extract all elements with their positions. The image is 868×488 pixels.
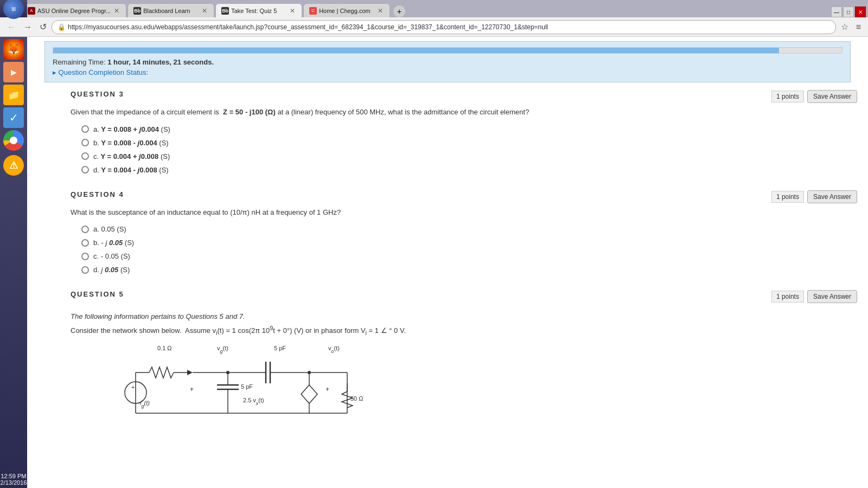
- q4-option-d[interactable]: d. j 0.05 (S): [81, 266, 761, 274]
- q4-option-a[interactable]: a. 0.05 (S): [81, 225, 761, 233]
- forward-button[interactable]: →: [21, 21, 35, 33]
- lock-icon: 🔒: [58, 23, 66, 31]
- taskbar-time: 12:59 PM 2/13/2016: [0, 471, 29, 488]
- star-button[interactable]: ☆: [838, 21, 851, 33]
- question-3-header: QUESTION 3: [71, 90, 761, 100]
- q3-option-b[interactable]: b. Y = 0.008 - j0.004 (S): [81, 139, 761, 147]
- svg-text:+: +: [326, 386, 329, 393]
- tab-chegg[interactable]: C Home | Chegg.com ✕: [303, 3, 390, 17]
- question-4-block: QUESTION 4 What is the susceptance of an…: [71, 190, 857, 280]
- menu-button[interactable]: ≡: [853, 21, 864, 33]
- back-button[interactable]: ←: [4, 21, 18, 33]
- taskbar-chrome[interactable]: [3, 130, 24, 151]
- tab-favicon-asu: A: [28, 7, 35, 15]
- content-area: Remaining Time: 1 hour, 14 minutes, 21 s…: [27, 37, 868, 488]
- circuit-desc: Consider the network shown below. Assume…: [71, 325, 761, 336]
- timer-bar: Remaining Time: 1 hour, 14 minutes, 21 s…: [44, 41, 851, 82]
- q4-option-c[interactable]: c. - 0.05 (S): [81, 252, 761, 260]
- svg-text:0.1 Ω: 0.1 Ω: [157, 345, 172, 351]
- circuit-info: The following information pertains to Qu…: [71, 312, 761, 320]
- nav-bar: ← → ↺ 🔒 https://myasucourses.asu.edu/web…: [0, 17, 868, 37]
- question-3-block: QUESTION 3 Given that the impedance of a…: [71, 90, 857, 179]
- tab-label-asu: ASU Online Degree Progr...: [37, 8, 111, 14]
- question-3-text: Given that the impedance of a circuit el…: [71, 107, 761, 118]
- progress-bar-container: [53, 47, 843, 54]
- svg-marker-27: [301, 385, 317, 403]
- tab-take-test[interactable]: Bb Take Test: Quiz 5 ✕: [215, 3, 302, 17]
- taskbar-warning[interactable]: ⚠: [3, 155, 24, 176]
- svg-text:+: +: [190, 386, 194, 393]
- question-4-text: What is the susceptance of an inductance…: [71, 207, 761, 218]
- q4-radio-a[interactable]: [81, 226, 89, 233]
- circuit-area: The following information pertains to Qu…: [71, 307, 761, 436]
- svg-text:vo(t): vo(t): [328, 345, 340, 354]
- svg-text:5 pF: 5 pF: [241, 383, 253, 390]
- question-4-header: QUESTION 4: [71, 190, 761, 201]
- taskbar: 🦊 ▶ 📁 ✓ ⚠ 12:59 PM 2/13/2016: [0, 37, 27, 488]
- taskbar-firefox[interactable]: 🦊: [3, 39, 24, 60]
- q3-radio-c[interactable]: [81, 152, 89, 160]
- tab-favicon-chegg: C: [309, 7, 317, 15]
- q4-points: 1 points: [771, 191, 804, 203]
- q4-option-b[interactable]: b. - j 0.05 (S): [81, 239, 761, 247]
- tab-close-test[interactable]: ✕: [289, 7, 296, 15]
- q4-radio-b[interactable]: [81, 239, 89, 247]
- questions-container: QUESTION 3 Given that the impedance of a…: [27, 90, 868, 458]
- q3-radio-b[interactable]: [81, 139, 89, 146]
- address-bar[interactable]: 🔒 https://myasucourses.asu.edu/webapps/a…: [52, 20, 836, 34]
- tab-blackboard[interactable]: Bb Blackboard Learn ✕: [127, 3, 214, 17]
- start-button[interactable]: ⊞: [3, 0, 24, 19]
- tab-close-asu[interactable]: ✕: [113, 7, 120, 15]
- q4-radio-d[interactable]: [81, 266, 89, 274]
- question-3-options: a. Y = 0.008 + j0.004 (S) b. Y = 0.008 -…: [81, 125, 761, 174]
- tab-label-chegg: Home | Chegg.com: [319, 8, 374, 14]
- tab-close-chegg[interactable]: ✕: [376, 7, 384, 15]
- new-tab-button[interactable]: +: [393, 5, 405, 17]
- tab-asu-online[interactable]: A ASU Online Degree Progr... ✕: [22, 3, 126, 17]
- close-window-button[interactable]: ✕: [855, 7, 866, 17]
- q3-radio-a[interactable]: [81, 125, 89, 133]
- question-5-header: QUESTION 5: [71, 290, 761, 300]
- q3-option-c[interactable]: c. Y = 0.004 + j0.008 (S): [81, 152, 761, 160]
- svg-text:2.5 vx(t): 2.5 vx(t): [243, 397, 264, 406]
- address-text: https://myasucourses.asu.edu/webapps/ass…: [68, 23, 830, 31]
- q4-save-button[interactable]: Save Answer: [807, 190, 857, 203]
- q3-points: 1 points: [771, 91, 804, 102]
- q3-save-button[interactable]: Save Answer: [807, 90, 857, 103]
- svg-text:5 pF: 5 pF: [274, 345, 286, 351]
- maximize-button[interactable]: □: [843, 7, 854, 17]
- circuit-svg: 0.1 Ω vg(t) 5 pF vo(t): [103, 343, 407, 429]
- remaining-time: Remaining Time: 1 hour, 14 minutes, 21 s…: [53, 58, 843, 66]
- reload-button[interactable]: ↺: [37, 21, 49, 33]
- taskbar-orange[interactable]: ▶: [3, 62, 24, 82]
- q4-radio-c[interactable]: [81, 253, 89, 260]
- tab-close-bb[interactable]: ✕: [201, 7, 208, 15]
- question-5-block: QUESTION 5 The following information per…: [71, 290, 857, 436]
- svg-marker-6: [187, 370, 193, 375]
- browser-chrome: ⊞ A ASU Online Degree Progr... ✕ Bb Blac…: [0, 0, 868, 37]
- q3-radio-d[interactable]: [81, 166, 89, 174]
- svg-text:ig(t): ig(t): [140, 400, 150, 409]
- svg-text:vg(t): vg(t): [217, 345, 228, 354]
- tab-label-test: Take Test: Quiz 5: [231, 8, 286, 14]
- circuit-diagram: 0.1 Ω vg(t) 5 pF vo(t): [103, 343, 761, 431]
- tab-bar: ⊞ A ASU Online Degree Progr... ✕ Bb Blac…: [0, 0, 868, 17]
- question-4-options: a. 0.05 (S) b. - j 0.05 (S) c. - 0.05 (S…: [81, 225, 761, 274]
- timer-section: Remaining Time: 1 hour, 14 minutes, 21 s…: [36, 41, 859, 82]
- question-completion-link[interactable]: ▸ Question Completion Status:: [53, 68, 843, 76]
- svg-text:50 Ω: 50 Ω: [350, 395, 363, 402]
- taskbar-folder[interactable]: 📁: [3, 85, 24, 105]
- q3-option-d[interactable]: d. Y = 0.004 - j0.008 (S): [81, 166, 761, 174]
- tab-favicon-test: Bb: [221, 7, 229, 15]
- minimize-button[interactable]: —: [831, 7, 842, 17]
- progress-bar-fill: [53, 48, 779, 53]
- tab-favicon-bb: Bb: [133, 7, 141, 15]
- svg-text:+: +: [131, 384, 135, 390]
- q5-points: 1 points: [771, 291, 804, 303]
- tab-label-blackboard: Blackboard Learn: [143, 8, 199, 14]
- main-layout: 🦊 ▶ 📁 ✓ ⚠ 12:59 PM 2/13/2016 Remaining T…: [0, 37, 868, 488]
- q5-save-button[interactable]: Save Answer: [807, 290, 857, 303]
- q3-option-a[interactable]: a. Y = 0.008 + j0.004 (S): [81, 125, 761, 133]
- taskbar-check[interactable]: ✓: [3, 107, 24, 128]
